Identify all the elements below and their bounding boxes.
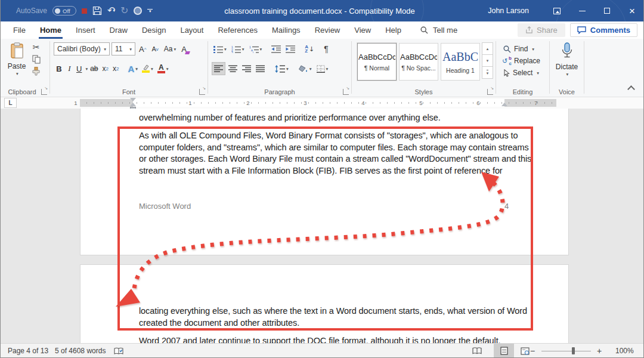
font-color-button[interactable]: A ▾	[156, 62, 171, 75]
select-button[interactable]: Select ▾	[503, 67, 540, 78]
bold-button[interactable]: B	[54, 62, 64, 75]
justify-button[interactable]	[254, 62, 267, 75]
tell-me-box[interactable]: Tell me	[420, 26, 457, 35]
shading-icon	[299, 65, 308, 73]
record-circle-icon[interactable]	[134, 7, 142, 15]
clear-formatting-button[interactable]: A	[179, 42, 188, 55]
maximize-icon	[604, 8, 610, 14]
style-normal[interactable]: AaBbCcDc ¶ Normal	[357, 43, 397, 81]
tab-file[interactable]: File	[6, 21, 33, 39]
font-dialog-launcher[interactable]	[199, 89, 205, 95]
dictate-button[interactable]: Dictate ▾	[550, 42, 584, 77]
grow-font-icon: A	[139, 45, 144, 54]
tab-insert[interactable]: Insert	[69, 21, 103, 39]
collapse-ribbon-icon[interactable]	[627, 85, 635, 93]
multilevel-list-button[interactable]: 1ai ▾	[247, 42, 264, 55]
comments-button[interactable]: Comments	[570, 23, 637, 37]
customize-qat-button[interactable]: ▾	[147, 9, 153, 13]
align-center-button[interactable]	[227, 62, 239, 75]
paragraph-dialog-launcher[interactable]	[343, 89, 349, 95]
styles-more-button[interactable]: ▾	[482, 66, 493, 79]
underline-button[interactable]: U	[75, 62, 83, 75]
undo-button[interactable]: ↶ ▾	[107, 6, 115, 16]
tab-mailings[interactable]: Mailings	[265, 21, 308, 39]
decrease-indent-button[interactable]	[270, 42, 283, 55]
highlight-button[interactable]: ▾	[140, 62, 155, 75]
strikethrough-button[interactable]: ab	[88, 62, 100, 75]
grow-font-button[interactable]: A^	[137, 42, 148, 55]
show-hide-pilcrow-button[interactable]: ¶	[322, 42, 330, 55]
page-indicator[interactable]: Page 4 of 13	[8, 344, 48, 358]
right-indent-marker[interactable]	[501, 103, 507, 106]
word-count[interactable]: 5 of 4608 words	[55, 344, 106, 358]
tab-layout[interactable]: Layout	[173, 21, 210, 39]
tab-draw[interactable]: Draw	[103, 21, 135, 39]
zoom-level[interactable]: 100%	[615, 344, 634, 358]
underline-dropdown-icon[interactable]: ▾	[85, 66, 88, 72]
share-button[interactable]: Share	[518, 23, 565, 37]
paste-dropdown-icon: ▾	[7, 71, 28, 76]
tab-help[interactable]: Help	[378, 21, 408, 39]
dictate-dropdown-icon: ▾	[551, 72, 584, 77]
tab-references[interactable]: References	[210, 21, 264, 39]
tab-view[interactable]: View	[347, 21, 378, 39]
hanging-indent-marker[interactable]	[130, 103, 136, 106]
change-case-button[interactable]: Aa▾	[162, 42, 178, 55]
cut-icon[interactable]: ✂	[33, 42, 40, 52]
styles-scroll-up-button[interactable]: ▴	[482, 42, 493, 55]
document-canvas[interactable]: overwhelming number of features and prio…	[1, 109, 644, 343]
format-painter-icon[interactable]	[32, 67, 41, 76]
increase-indent-button[interactable]	[284, 42, 297, 55]
minimize-button[interactable]	[569, 0, 595, 21]
styles-dialog-launcher[interactable]	[487, 89, 493, 95]
first-line-indent-marker[interactable]	[130, 98, 136, 101]
align-right-button[interactable]	[240, 62, 253, 75]
ribbon-display-options-button[interactable]	[544, 0, 569, 21]
undo-dropdown-icon[interactable]: ▾	[113, 8, 115, 13]
paste-button[interactable]: Paste ▾	[5, 42, 28, 76]
tab-stop-selector[interactable]: L	[4, 98, 17, 108]
shrink-font-button[interactable]: Av	[150, 42, 160, 55]
borders-button[interactable]: ▾	[315, 62, 330, 75]
multilevel-list-dropdown-icon: ▾	[260, 47, 262, 52]
style-no-spacing[interactable]: AaBbCcDc ¶ No Spac...	[399, 43, 438, 81]
autosave-toggle-knob	[55, 8, 60, 14]
copy-icon[interactable]	[32, 55, 41, 64]
find-button[interactable]: Find ▾	[503, 44, 540, 54]
status-bar: Page 4 of 13 5 of 4608 words − + 100%	[1, 343, 644, 358]
font-size-combo[interactable]: 11 ▾	[112, 42, 135, 55]
text-effects-button[interactable]: A▾	[126, 62, 140, 75]
maximize-button[interactable]	[595, 0, 620, 21]
sort-button[interactable]: AZ ↓	[303, 42, 316, 55]
italic-button[interactable]: I	[65, 62, 74, 75]
zoom-in-button[interactable]: +	[597, 344, 602, 358]
style-heading1[interactable]: AaBbC Heading 1	[441, 43, 480, 81]
proofing-status-icon[interactable]	[114, 344, 123, 358]
close-button[interactable]: ×	[620, 0, 644, 21]
tab-review[interactable]: Review	[308, 21, 348, 39]
user-name[interactable]: John Larson	[488, 7, 529, 15]
zoom-slider-track[interactable]	[541, 351, 591, 351]
zoom-slider-thumb[interactable]	[572, 347, 575, 354]
redo-icon[interactable]: ↻	[120, 6, 128, 16]
subscript-button[interactable]: x2	[101, 62, 110, 75]
shading-button[interactable]: ▾	[297, 62, 314, 75]
clipboard-dialog-launcher[interactable]	[41, 89, 47, 95]
print-layout-button[interactable]	[494, 344, 514, 358]
zoom-out-button[interactable]: −	[530, 344, 535, 358]
autosave-toggle[interactable]: Off	[52, 6, 76, 16]
horizontal-ruler[interactable]: 1 1 2 3 4 5 6 7	[80, 99, 556, 107]
superscript-button[interactable]: x2	[111, 62, 120, 75]
font-family-combo[interactable]: Calibri (Body) ▾	[54, 42, 110, 55]
line-spacing-button[interactable]: ▾	[273, 62, 290, 75]
tab-design[interactable]: Design	[135, 21, 173, 39]
align-left-button[interactable]	[212, 62, 225, 75]
read-mode-button[interactable]	[467, 344, 487, 358]
styles-scroll-down-button[interactable]: ▾	[482, 54, 493, 67]
bullets-button[interactable]: ▾	[212, 42, 228, 55]
replace-button[interactable]: ↺ b c Replace	[503, 55, 540, 66]
save-icon[interactable]	[92, 6, 102, 16]
titlebar: AutoSave Off ↶ ▾ ↻ ▾ classroom training …	[1, 0, 644, 21]
tab-home[interactable]: Home	[33, 21, 69, 39]
numbering-button[interactable]: 123 ▾	[230, 42, 246, 55]
